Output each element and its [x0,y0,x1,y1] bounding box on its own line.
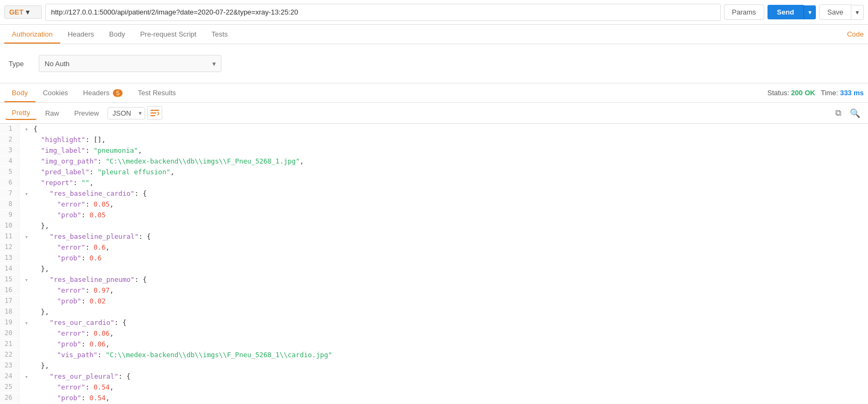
search-button[interactable]: 🔍 [848,106,863,120]
json-line: 15▾ "res_baseline_pneumo": { [0,274,868,285]
line-number: 9 [0,210,19,220]
json-line: 23 }, [0,360,868,371]
tab-pre-request-script[interactable]: Pre-request Script [133,26,204,44]
line-number: 4 [0,156,19,166]
send-button[interactable]: Send [767,5,804,19]
save-group: Save ▾ [819,4,864,20]
request-tabs: Authorization Headers Body Pre-request S… [0,25,868,44]
line-content: }, [19,360,49,371]
line-number: 12 [0,242,19,252]
code-link[interactable]: Code [847,30,864,38]
send-group: Send ▾ [767,5,816,19]
params-button[interactable]: Params [724,4,764,20]
json-line: 8 "error": 0.05, [0,199,868,210]
method-arrow: ▾ [26,8,30,16]
format-select-wrapper: JSON XML HTML Text [107,107,145,119]
line-content: ▾ { [19,124,38,134]
response-tab-test-results[interactable]: Test Results [130,84,183,102]
line-content: "img_label": "pneumonia", [19,145,142,156]
body-tab-raw[interactable]: Raw [39,107,66,119]
json-line: 25 "error": 0.54, [0,382,868,393]
json-line: 13 "prob": 0.6 [0,253,868,264]
tab-body[interactable]: Body [102,26,133,44]
line-content: ▾ "res_baseline_pleural": { [19,231,151,242]
line-content: "error": 0.06, [19,328,114,339]
body-toolbar: Pretty Raw Preview JSON XML HTML Text ⧉ … [0,103,868,124]
auth-type-select[interactable]: No Auth Bearer Token Basic Auth API Key [39,55,221,72]
url-input[interactable] [45,4,721,21]
line-content: "error": 0.54, [19,382,114,393]
method-select[interactable]: GET ▾ [4,5,42,19]
line-number: 22 [0,350,19,360]
line-content: "prob": 0.6 [19,253,102,264]
toggle-arrow[interactable]: ▾ [25,320,32,327]
line-content: "prob": 0.05 [19,210,106,221]
line-content: "prob": 0.06, [19,339,110,350]
auth-select-wrapper: No Auth Bearer Token Basic Auth API Key [39,55,221,72]
json-line: 16 "error": 0.97, [0,285,868,296]
status-value: 200 OK [791,89,815,97]
wrap-button[interactable] [147,106,162,120]
json-line: 2 "highlight": [], [0,134,868,145]
tab-headers[interactable]: Headers [60,26,102,44]
line-content: }, [19,221,49,231]
method-text: GET [9,8,24,16]
line-number: 7 [0,188,19,199]
line-number: 21 [0,339,19,349]
auth-section: Type No Auth Bearer Token Basic Auth API… [0,44,868,83]
save-dropdown-button[interactable]: ▾ [851,5,864,20]
response-tabs: Body Cookies Headers 5 Test Results Stat… [0,83,868,103]
svg-rect-2 [150,115,155,116]
send-dropdown-button[interactable]: ▾ [804,5,816,19]
json-line: 11▾ "res_baseline_pleural": { [0,231,868,242]
line-number: 15 [0,274,19,285]
line-number: 10 [0,221,19,231]
line-content: "prob": 0.02 [19,296,106,307]
line-number: 11 [0,231,19,242]
response-tab-headers[interactable]: Headers 5 [76,84,131,102]
line-content: "highlight": [], [19,134,106,145]
json-line: 21 "prob": 0.06, [0,339,868,350]
copy-button[interactable]: ⧉ [830,106,845,120]
line-content: "vis_path": "C:\\medex-backend\\db\\imgs… [19,350,332,360]
line-number: 5 [0,167,19,177]
json-line: 22 "vis_path": "C:\\medex-backend\\db\\i… [0,350,868,360]
json-line: 6 "report": "", [0,178,868,188]
body-tab-preview[interactable]: Preview [68,107,105,119]
toggle-arrow[interactable]: ▾ [25,277,32,283]
tab-tests[interactable]: Tests [204,26,235,44]
top-bar: GET ▾ Params Send ▾ Save ▾ [0,0,868,25]
line-number: 18 [0,307,19,317]
response-status: Status: 200 OK Time: 333 ms [767,89,864,97]
headers-badge: 5 [113,89,123,97]
line-content: "error": 0.97, [19,285,114,296]
line-number: 1 [0,124,19,134]
line-number: 8 [0,199,19,209]
line-number: 20 [0,328,19,338]
line-content: ▾ "res_our_pleural": { [19,371,131,382]
line-content: "prob": 0.54, [19,393,110,403]
auth-type-label: Type [9,60,30,68]
format-select[interactable]: JSON XML HTML Text [107,107,145,119]
toggle-arrow[interactable]: ▾ [25,233,32,240]
json-line: 4 "img_org_path": "C:\\medex-backend\\db… [0,156,868,167]
body-toolbar-right: ⧉ 🔍 [830,106,863,120]
json-line: 3 "img_label": "pneumonia", [0,145,868,156]
toggle-arrow[interactable]: ▾ [25,126,32,133]
response-tab-body[interactable]: Body [4,84,35,102]
json-line: 7▾ "res_baseline_cardio": { [0,188,868,199]
line-content: }, [19,264,49,274]
line-content: "error": 0.6, [19,242,110,253]
body-tab-pretty[interactable]: Pretty [5,107,37,120]
json-viewer[interactable]: 1▾ {2 "highlight": [],3 "img_label": "pn… [0,124,868,404]
line-number: 26 [0,393,19,403]
toggle-arrow[interactable]: ▾ [25,373,32,380]
response-tab-cookies[interactable]: Cookies [35,84,76,102]
line-number: 6 [0,178,19,188]
save-button[interactable]: Save [819,4,851,20]
json-line: 18 }, [0,307,868,317]
toggle-arrow[interactable]: ▾ [25,190,32,197]
line-number: 19 [0,317,19,328]
line-content: ▾ "res_our_cardio": { [19,317,126,328]
tab-authorization[interactable]: Authorization [4,26,60,44]
